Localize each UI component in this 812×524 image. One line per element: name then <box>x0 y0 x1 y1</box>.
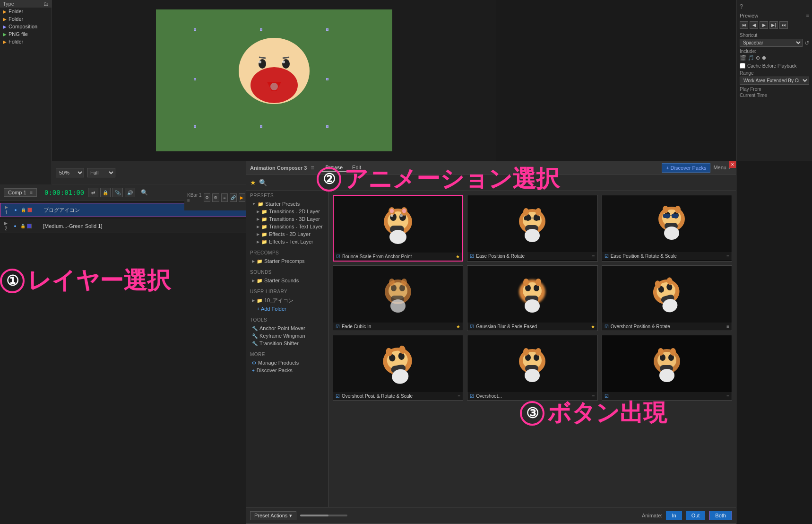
preset-card-bounce-scale[interactable]: ☑ Bounce Scale From Anchor Point ★ <box>333 195 463 262</box>
character-svg <box>227 35 321 121</box>
play-btn[interactable]: ▶ <box>760 21 768 29</box>
handle-tc[interactable] <box>260 28 262 31</box>
vis-btn-1[interactable]: ● <box>12 207 19 213</box>
zoom-select[interactable]: 50% 100% <box>56 168 84 177</box>
transitions-text[interactable]: ▶ 📁 Transitions - Text Layer <box>246 223 328 230</box>
tab-browse[interactable]: Browse <box>321 164 346 172</box>
tl-tool-1[interactable]: ⇄ <box>88 188 98 197</box>
discover-packs-sidebar[interactable]: + Discover Packs <box>246 367 328 374</box>
first-frame-btn[interactable]: ⏮ <box>740 21 748 29</box>
solo-btn-2[interactable]: 🔒 <box>19 223 26 229</box>
preset-card-fade[interactable]: ☑ Fade Cubic In ★ <box>333 265 463 331</box>
project-item-comp[interactable]: ▶ Composition <box>0 23 52 30</box>
transitions-3d[interactable]: ▶ 📁 Transitions - 3D Layer <box>246 215 328 223</box>
fox-svg-5 <box>511 273 553 315</box>
close-btn[interactable]: ✕ <box>729 161 736 168</box>
handle-tr[interactable] <box>326 28 328 31</box>
animate-both-btn[interactable]: Both <box>709 511 732 520</box>
search-icon-btn[interactable]: 🔍 <box>259 179 267 186</box>
menu-6[interactable]: ≡ <box>726 324 729 329</box>
svg-point-17 <box>390 209 394 213</box>
menu-8[interactable]: ≡ <box>592 393 595 399</box>
preset-card-overshoot[interactable]: ☑ Overshoot Position & Rotate ≡ <box>602 265 732 331</box>
tl-icon-btn-5[interactable]: ▶ <box>239 193 245 202</box>
last-frame-btn[interactable]: ⏭ <box>779 21 788 29</box>
shortcut-select[interactable]: Spacebar <box>740 39 803 47</box>
project-item-folder1[interactable]: ▶ Folder <box>0 8 52 15</box>
cache-checkbox[interactable] <box>740 63 745 69</box>
handle-ml[interactable] <box>194 78 196 80</box>
starter-precomps-item[interactable]: ▶ 📁 Starter Precomps <box>246 257 328 265</box>
handle-mr[interactable] <box>326 78 328 80</box>
tl-tool-3[interactable]: 📎 <box>112 188 123 197</box>
star-4[interactable]: ★ <box>456 324 460 329</box>
search-icon-tl[interactable]: 🔍 <box>141 189 148 196</box>
bottom-slider[interactable] <box>300 515 347 516</box>
tl-icon-btn-4[interactable]: 🔗 <box>230 193 236 202</box>
menu-2[interactable]: ≡ <box>592 253 595 259</box>
folder-icon: 🗂 <box>43 1 49 7</box>
panel-menu-icon[interactable]: ≡ <box>311 165 314 171</box>
discover-packs-btn[interactable]: + Discover Packs <box>662 163 710 173</box>
anchor-point-mover[interactable]: 🔧 Anchor Point Mover <box>246 324 328 332</box>
color-swatch-1[interactable] <box>27 208 32 212</box>
preset-card-ease-pos[interactable]: ☑ Ease Position & Rotate ≡ <box>467 195 597 262</box>
preset-label-row-9: ☑ ≡ <box>602 392 732 400</box>
project-item-folder3[interactable]: ▶ Folder <box>0 38 52 45</box>
starter-sounds-item[interactable]: ▶ 📁 Starter Sounds <box>246 277 328 284</box>
preset-card-ease-pos-scale[interactable]: ☑ Ease Position & Rotate & Scale ≡ <box>602 195 732 262</box>
prev-frame-btn[interactable]: ◀ <box>750 21 758 29</box>
star-5[interactable]: ★ <box>591 324 595 329</box>
shortcut-reset-icon[interactable]: ↺ <box>804 40 809 46</box>
project-item-folder2[interactable]: ▶ Folder <box>0 15 52 23</box>
animate-out-btn[interactable]: Out <box>686 511 706 520</box>
preview-menu-icon[interactable]: ≡ <box>806 13 809 18</box>
menu-7[interactable]: ≡ <box>458 393 460 399</box>
handle-tl[interactable] <box>194 28 196 31</box>
svg-rect-30 <box>524 216 531 220</box>
tl-icon-btn-3[interactable]: ≡ <box>221 193 228 202</box>
svg-point-21 <box>389 230 406 244</box>
range-select[interactable]: Work Area Extended By Current... <box>740 77 809 85</box>
handle-bl[interactable] <box>194 125 196 128</box>
user-lib-10[interactable]: ▶ 📁 10_アイコン <box>246 296 328 305</box>
fox-svg-1 <box>377 203 419 245</box>
manage-products[interactable]: ⚙ Manage Products <box>246 359 328 367</box>
transitions-2d[interactable]: ▶ 📁 Transitions - 2D Layer <box>246 208 328 215</box>
project-item-png[interactable]: ▶ PNG file <box>0 30 52 38</box>
svg-point-28 <box>536 208 541 216</box>
fox-svg-6 <box>641 268 693 320</box>
color-swatch-2[interactable] <box>27 224 32 228</box>
vis-btn-2[interactable]: ● <box>12 223 18 229</box>
add-folder-btn[interactable]: + Add Folder <box>246 305 328 313</box>
star-1[interactable]: ★ <box>456 254 460 259</box>
animate-in-btn[interactable]: In <box>666 511 682 520</box>
handle-bc[interactable] <box>260 125 262 128</box>
menu-3[interactable]: ≡ <box>726 253 729 259</box>
tl-tool-2[interactable]: 🔒 <box>100 188 111 197</box>
tl-tool-4[interactable]: 🔊 <box>125 188 135 197</box>
tl-icon-btn-2[interactable]: ⚙ <box>212 193 219 202</box>
preset-card-gaussian[interactable]: ☑ Gaussian Blur & Fade Eased ★ <box>467 265 597 331</box>
transition-shifter[interactable]: 🔧 Transition Shifter <box>246 340 328 347</box>
effects-text[interactable]: ▶ 📁 Effects - Text Layer <box>246 238 328 245</box>
preset-card-9[interactable]: ☑ ≡ <box>602 335 732 401</box>
next-frame-btn[interactable]: ▶| <box>769 21 778 29</box>
tl-icon-btn-1[interactable]: ⚙ <box>204 193 210 202</box>
preview-label: Preview <box>740 13 758 18</box>
preset-card-overshoot-scale[interactable]: ☑ Overshoot Posi. & Rotate & Scale ≡ <box>333 335 463 401</box>
time-display[interactable]: 0:00:01:00 <box>44 189 84 196</box>
comp-tab[interactable]: Comp 1 ≡ <box>4 188 37 197</box>
star-btn[interactable]: ★ <box>250 179 256 186</box>
menu-9[interactable]: ≡ <box>726 393 729 399</box>
svg-line-4 <box>283 57 289 58</box>
effects-2d[interactable]: ▶ 📁 Effects - 2D Layer <box>246 230 328 238</box>
preset-card-overshoot2[interactable]: ☑ Overshoot... ≡ <box>467 335 597 401</box>
starter-presets-item[interactable]: ▼ 📁 Starter Presets <box>246 200 328 208</box>
quality-select[interactable]: Full Half <box>87 168 115 177</box>
preset-actions-btn[interactable]: Preset Actions ▾ <box>250 511 296 520</box>
tab-edit[interactable]: Edit <box>348 164 365 172</box>
keyframe-wingman[interactable]: 🔧 Keyframe Wingman <box>246 332 328 340</box>
handle-br[interactable] <box>326 125 328 128</box>
solo-btn-1[interactable]: 🔒 <box>20 207 26 213</box>
